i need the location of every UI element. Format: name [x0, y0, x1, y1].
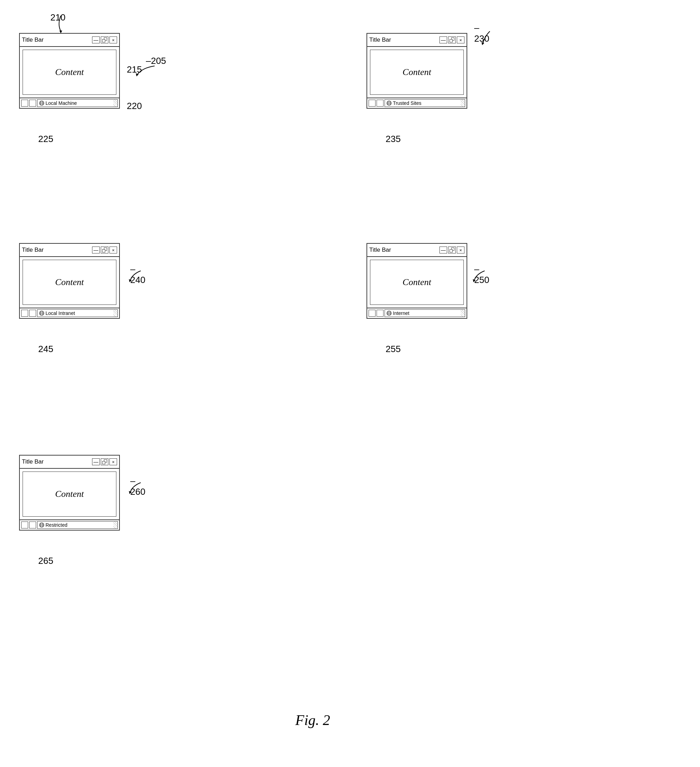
restore-icon: [102, 248, 107, 252]
content-area: Content: [370, 260, 464, 305]
status-small-box-2: [29, 100, 36, 107]
minimize-button[interactable]: —: [440, 37, 447, 43]
minimize-button[interactable]: —: [92, 37, 100, 43]
minimize-button[interactable]: —: [92, 458, 100, 465]
restore-icon: [102, 38, 107, 42]
status-hatch: [461, 100, 465, 107]
status-small-box-2: [376, 100, 384, 107]
label-225: 225: [38, 134, 53, 145]
statusbar: Internet: [367, 308, 467, 318]
restore-icon: [450, 38, 454, 42]
content-area: Content: [22, 471, 116, 517]
titlebar: Title Bar — ×: [20, 244, 119, 257]
statusbar: Trusted Sites: [367, 97, 467, 108]
content-text: Content: [55, 277, 84, 288]
status-small-box-2: [29, 522, 36, 528]
zone-label: Restricted: [46, 522, 67, 528]
minimize-icon: —: [441, 247, 446, 253]
content-area: Content: [370, 50, 464, 95]
titlebar: Title Bar — ×: [20, 34, 119, 47]
zone-label: Internet: [393, 310, 409, 316]
close-button[interactable]: ×: [109, 37, 117, 43]
window-trusted-sites: Title Bar — × Content: [367, 33, 467, 109]
figure-caption: Fig. 2: [295, 712, 330, 729]
status-small-box-1: [368, 310, 376, 317]
status-hatch: [113, 522, 117, 528]
titlebar: Title Bar — ×: [20, 455, 119, 469]
close-icon: ×: [459, 38, 462, 43]
titlebar-text: Title Bar: [22, 37, 44, 43]
window-local-intranet: Title Bar — × Content: [19, 243, 120, 319]
minimize-button[interactable]: —: [92, 247, 100, 253]
restore-button[interactable]: [101, 458, 108, 465]
content-text: Content: [403, 277, 431, 288]
zone-label: Trusted Sites: [393, 100, 421, 106]
restore-button[interactable]: [448, 37, 456, 43]
close-button[interactable]: ×: [457, 247, 464, 253]
status-small-box-1: [368, 100, 376, 107]
status-zone: Local Machine: [37, 99, 118, 107]
titlebar: Title Bar — ×: [367, 244, 467, 257]
win-controls: — ×: [440, 37, 464, 43]
restore-icon: [450, 248, 454, 252]
zone-label: Local Machine: [46, 100, 77, 106]
statusbar: Restricted: [20, 519, 119, 530]
label-205: –205: [146, 56, 166, 66]
statusbar: Local Machine: [20, 97, 119, 108]
label-235: 235: [386, 134, 400, 145]
win-controls: — ×: [440, 247, 464, 253]
win-controls: — ×: [92, 247, 117, 253]
label-265: 265: [38, 555, 53, 566]
globe-icon: [386, 310, 392, 316]
globe-icon: [39, 310, 45, 316]
close-icon: ×: [112, 459, 115, 465]
titlebar-text: Title Bar: [22, 458, 44, 465]
close-button[interactable]: ×: [457, 37, 464, 43]
status-zone: Local Intranet: [37, 309, 118, 317]
status-small-box-2: [376, 310, 384, 317]
status-small-box-1: [21, 310, 28, 317]
close-icon: ×: [112, 248, 115, 253]
label-210: 210: [50, 12, 65, 23]
globe-icon: [386, 100, 392, 106]
titlebar-text: Title Bar: [22, 247, 44, 253]
label-245: 245: [38, 344, 53, 355]
window-restricted: Title Bar — × Content: [19, 455, 120, 530]
label-220: 220: [127, 101, 142, 111]
restore-button[interactable]: [101, 37, 108, 43]
win-controls: — ×: [92, 458, 117, 465]
restore-icon: [102, 459, 107, 464]
status-hatch: [113, 100, 117, 107]
minimize-icon: —: [94, 247, 98, 253]
minimize-icon: —: [94, 459, 98, 465]
content-area: Content: [22, 260, 116, 305]
content-text: Content: [403, 67, 431, 78]
label-230: –230: [474, 22, 489, 44]
label-255: 255: [386, 344, 400, 355]
content-text: Content: [55, 67, 84, 78]
content-text: Content: [55, 489, 84, 499]
win-controls: — ×: [92, 37, 117, 43]
page-container: 210 Title Bar —: [0, 0, 700, 767]
globe-icon: [39, 522, 45, 528]
status-zone: Internet: [384, 309, 465, 317]
close-button[interactable]: ×: [109, 458, 117, 465]
label-215: 215: [127, 64, 142, 75]
status-small-box-2: [29, 310, 36, 317]
restore-button[interactable]: [101, 247, 108, 253]
minimize-icon: —: [94, 37, 98, 43]
status-zone: Trusted Sites: [384, 99, 465, 107]
status-hatch: [461, 310, 465, 317]
content-area: Content: [22, 50, 116, 95]
close-button[interactable]: ×: [109, 247, 117, 253]
minimize-button[interactable]: —: [440, 247, 447, 253]
label-260: –260: [130, 476, 145, 497]
globe-icon: [39, 100, 45, 106]
label-240: –240: [130, 264, 145, 285]
close-icon: ×: [112, 38, 115, 43]
window-local-machine: Title Bar — ×: [19, 33, 120, 109]
titlebar-text: Title Bar: [369, 37, 391, 43]
titlebar: Title Bar — ×: [367, 34, 467, 47]
status-zone: Restricted: [37, 521, 118, 529]
restore-button[interactable]: [448, 247, 456, 253]
